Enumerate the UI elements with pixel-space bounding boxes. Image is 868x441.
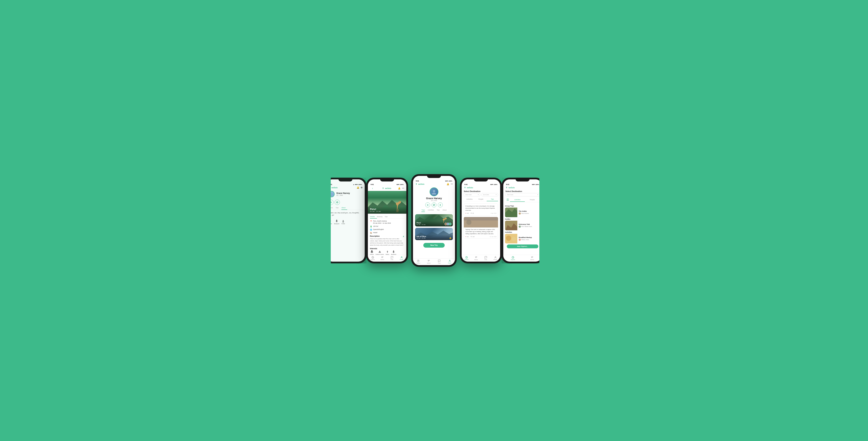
logo-icon-1 — [328, 186, 331, 189]
tab4-activities[interactable]: Activities — [464, 197, 475, 201]
description-title: Description ∧ — [370, 235, 404, 237]
svg-point-15 — [433, 190, 435, 192]
likes-2[interactable]: ♥ 321 — [465, 236, 469, 238]
activity-breakfast[interactable]: Breakfast Meetup Willow Jones — [505, 234, 540, 244]
logo-1: weSolo — [328, 186, 338, 189]
shares-count-2: 103 — [472, 236, 474, 238]
tip-date-2: 21 Jun 2018 — [490, 236, 496, 237]
battery-5: 100% — [535, 184, 539, 185]
phones-container: 9:41 ▲ WiFi 100% weSolo 🔔 — [299, 174, 570, 267]
interest-nature: Nature — [328, 219, 332, 224]
gear-icon-1[interactable]: ⚙ — [361, 186, 363, 189]
battery-3: 100% — [449, 180, 452, 182]
tab4-people[interactable]: People — [475, 197, 487, 201]
share-icon-2: ⬆ — [471, 236, 472, 238]
new-trip-button[interactable]: New Trip — [423, 243, 445, 248]
bottom-nav-2: Explore Advice Chat Profile — [368, 255, 406, 262]
tab3-about[interactable]: About — [442, 209, 446, 212]
nav-chat-4[interactable]: Chat — [483, 256, 489, 260]
profile-name-1: Grace Harvey — [336, 192, 350, 194]
end-date-label-4: End Date — [483, 194, 489, 195]
activity-andes[interactable]: The Andes Nina Greene — [505, 208, 540, 217]
nav-advice-label-2: Advice — [380, 259, 384, 260]
vinicunca-info: Vinicunca Trek Peru Official Tours — [517, 221, 540, 230]
nav-advice-4[interactable]: Advice — [473, 256, 479, 260]
explore-tabs-4: Activities People Tips — [464, 197, 498, 201]
nav-chat-2[interactable]: Chat — [389, 256, 395, 260]
dots-icon-3[interactable]: ••• — [451, 183, 453, 185]
svg-point-8 — [400, 201, 400, 201]
nav-profile-3[interactable]: Profile — [446, 259, 453, 264]
nav-chat-3[interactable]: Chat — [436, 259, 442, 264]
tip-text-1: If travelling to or from Lima Airport, i… — [465, 205, 496, 211]
trip-card-skye[interactable]: Isle of Skye 20 Jun - 23 Jun 🔒 — [415, 228, 453, 240]
start-date-4[interactable]: Start Date ▾ — [464, 193, 480, 196]
nav-advice-5[interactable]: Advice — [529, 256, 535, 260]
tab3-trips[interactable]: Trips — [422, 209, 425, 212]
date-row-5: Start Date ▾ — [505, 193, 540, 196]
nav-explore-2[interactable]: Explore — [370, 256, 376, 260]
logo-text-2: weSolo — [385, 187, 391, 189]
back-btn-2[interactable]: ‹ — [370, 186, 375, 191]
likes-1[interactable]: ♥ 142 — [465, 213, 469, 214]
svg-point-30 — [512, 237, 516, 241]
new-activity-button[interactable]: New Trip/Act... — [507, 245, 538, 248]
tab3-activities[interactable]: Activities — [428, 209, 434, 212]
logo-3: weSolo — [415, 183, 424, 185]
bell-icon-2[interactable]: 🔔 — [398, 187, 401, 190]
trip-dates-skye: 20 Jun - 23 Jun — [416, 238, 452, 239]
wifi-4: WiFi — [490, 184, 493, 185]
end-date-4[interactable]: End Date ▾ — [482, 193, 498, 196]
status-icons-1: ▲ WiFi 100% — [353, 184, 362, 185]
budget-text: 130 Sol — [373, 225, 378, 227]
nav-profile-4[interactable]: Profile — [492, 256, 499, 260]
bell-icon-1[interactable]: 🔔 — [356, 186, 359, 189]
phone-4: 9:41 WiFi 100% weSolo Select Destination — [460, 178, 502, 263]
tab-tips[interactable]: Tips — [336, 206, 340, 210]
tab-about[interactable]: About — [341, 206, 347, 210]
nav-explore-3[interactable]: Explore — [415, 259, 422, 264]
header-icons-2: 🔔 ••• — [398, 187, 404, 190]
header-icons-1: 🔔 ⚙ — [356, 186, 363, 189]
nav-advice-label-5: Advice — [530, 259, 534, 260]
interest-backpack: Backpack — [334, 219, 339, 224]
start-date-5[interactable]: Start Date ▾ — [505, 193, 540, 196]
trip-card-peru[interactable]: Peru! 05 Jan - 14 Jan +3 — [415, 214, 453, 226]
tab4-tips[interactable]: Tips — [487, 197, 498, 201]
list-view-icon-5[interactable]: ☰ — [505, 197, 510, 202]
logo-text-1: weSolo — [332, 187, 338, 189]
section-group-trips: Group Trips — [505, 205, 540, 207]
explore-tabs-5: ☰ Activities People — [505, 197, 540, 202]
detail-tab-details[interactable]: Details — [370, 215, 377, 219]
phone-5: 9:41 WiFi 100% weSolo Select Destination — [501, 178, 544, 263]
nav-advice-3[interactable]: Advice — [426, 259, 432, 264]
tab3-tips[interactable]: Tips — [437, 209, 440, 212]
location-name: Peru, South America — [373, 220, 391, 222]
andes-title: The Andes — [519, 210, 539, 212]
nav-explore-4[interactable]: Explore — [463, 256, 470, 260]
select-dest-4: Select Destination — [464, 190, 498, 192]
nav-advice-2[interactable]: Advice — [379, 256, 385, 260]
badge3-a — [425, 202, 430, 208]
tab5-people[interactable]: People — [525, 198, 540, 202]
activity-vinicunca[interactable]: Vinicunca Trek Peru Official Tours — [505, 221, 540, 230]
nav-explore-5[interactable]: Explore — [510, 256, 516, 260]
tab-sports[interactable]: Sports — [328, 206, 335, 210]
bell-icon-3[interactable]: 🔔 — [446, 183, 449, 185]
profile3-name: Grace Harvey — [426, 197, 442, 200]
interests-title-2: Interests — [370, 248, 404, 250]
dots-icon-2[interactable]: ••• — [402, 187, 404, 190]
detail-tab-itinerary[interactable]: Itinerary — [377, 215, 385, 219]
date-row-4: Start Date ▾ End Date ▾ — [464, 193, 498, 196]
detail-tab-tips[interactable]: Tips — [385, 215, 390, 219]
breakfast-img — [505, 234, 517, 244]
age-3: 26 — [431, 200, 433, 201]
location-icon: 📍 — [370, 220, 372, 222]
tab5-activities[interactable]: Activities — [510, 198, 525, 202]
interest-outdoor: Outdoor Sports — [376, 250, 384, 255]
nav-explore-label-5: Explore — [511, 259, 515, 260]
nav-profile-2[interactable]: Profile — [399, 256, 405, 260]
shares-2[interactable]: ⬆ 103 — [471, 236, 474, 238]
shares-1[interactable]: ⬆ 35 — [471, 213, 474, 214]
nav-advice-label-3: Advice — [427, 262, 431, 264]
